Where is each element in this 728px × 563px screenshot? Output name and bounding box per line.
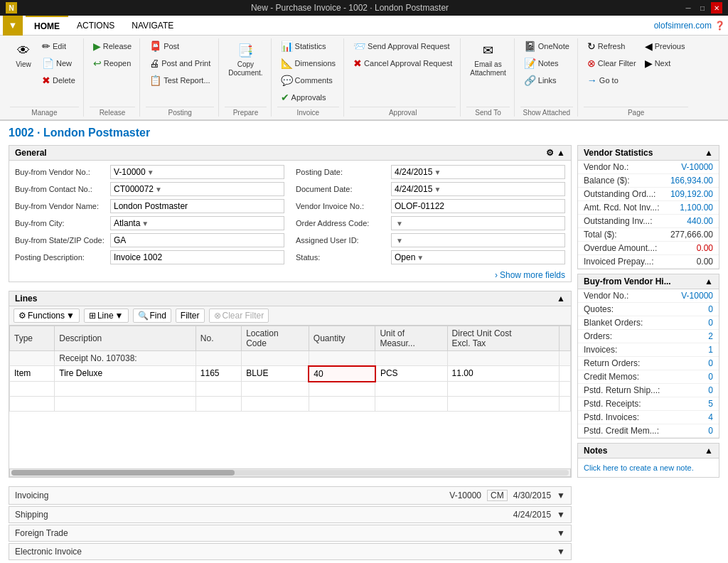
field-vendor-invoice: Vendor Invoice No.: OLOF-01122 — [296, 199, 565, 213]
approvals-button[interactable]: ✔ Approvals — [277, 90, 339, 105]
release-icon: ▶ — [93, 41, 101, 52]
statistics-button[interactable]: 📊 Statistics — [277, 38, 339, 54]
comments-button[interactable]: 💬 Comments — [277, 73, 339, 88]
col-description: Description — [55, 326, 196, 351]
collapse-notes-icon[interactable]: ▲ — [705, 446, 713, 456]
col-uom: Unit ofMeasur... — [375, 326, 447, 351]
view-button[interactable]: 👁 View — [10, 38, 37, 71]
tab-actions[interactable]: ACTIONS — [68, 16, 123, 35]
app-logo: N — [6, 2, 17, 14]
line-icon: ⊞ — [89, 311, 96, 321]
hist-pstd-credit: Pstd. Credit Mem...: 0 — [578, 424, 719, 438]
settings-icon[interactable]: ⚙ — [546, 148, 554, 158]
notes-header[interactable]: Notes ▲ — [578, 444, 719, 459]
goto-button[interactable]: → Go to — [584, 73, 640, 88]
previous-icon: ◀ — [645, 41, 653, 52]
show-more-fields[interactable]: › Show more fields — [9, 269, 571, 282]
collapse-icon[interactable]: ▲ — [557, 148, 565, 158]
collapse-vendor-stats-icon[interactable]: ▲ — [705, 148, 713, 158]
post-print-button[interactable]: 🖨 Post and Print — [146, 55, 214, 71]
foreign-trade-section[interactable]: Foreign Trade ▼ — [9, 525, 572, 542]
field-status: Status: Open ▼ — [296, 250, 565, 264]
edit-button[interactable]: ✏ Edit — [38, 38, 79, 54]
ribbon-group-sendto: ✉ Email asAttachment Send To — [462, 38, 515, 117]
field-buy-city: Buy-from City: Atlanta ▼ — [15, 216, 284, 230]
table-row-empty[interactable] — [10, 382, 571, 397]
buy-from-history-header[interactable]: Buy-from Vendor Hi... ▲ — [578, 274, 719, 289]
field-buy-state: Buy-from State/ZIP Code: GA — [15, 233, 284, 247]
stat-total: Total ($): 277,666.00 — [578, 228, 719, 242]
lines-section-header[interactable]: Lines ▲ — [9, 291, 571, 306]
stat-vendor-no: Vendor No.: V-10000 — [578, 161, 719, 174]
onenote-button[interactable]: 📓 OneNote — [520, 38, 573, 54]
copy-document-button[interactable]: 📑 CopyDocument. — [225, 38, 266, 80]
electronic-invoice-expand-icon: ▼ — [557, 547, 565, 557]
collapse-history-icon[interactable]: ▲ — [705, 277, 713, 286]
clear-filter-lines-button[interactable]: ⊗ Clear Filter — [209, 309, 269, 323]
post-button[interactable]: 📮 Post — [146, 38, 214, 54]
field-buy-contact-no: Buy-from Contact No.: CT000072 ▼ — [15, 182, 284, 196]
cancel-approval-button[interactable]: ✖ Cancel Approval Request — [350, 55, 456, 71]
post-icon: 📮 — [149, 41, 161, 52]
find-button[interactable]: 🔍 Find — [133, 309, 171, 323]
filter-button[interactable]: Filter — [176, 309, 205, 323]
collapse-lines-icon[interactable]: ▲ — [557, 294, 565, 304]
test-report-icon: 📋 — [149, 75, 161, 86]
release-button[interactable]: ▶ Release — [90, 38, 135, 54]
tab-home[interactable]: HOME — [26, 16, 68, 35]
stat-outstanding-inv: Outstanding Inv...: 440.00 — [578, 215, 719, 228]
shipping-section[interactable]: Shipping 4/24/2015 ▼ — [9, 506, 572, 523]
delete-icon: ✖ — [42, 75, 50, 86]
comments-icon: 💬 — [281, 75, 293, 86]
test-report-button[interactable]: 📋 Test Report... — [146, 73, 214, 88]
stat-prepay: Invoiced Prepay...: 0.00 — [578, 255, 719, 269]
send-approval-button[interactable]: 📨 Send Approval Request — [350, 38, 456, 54]
lines-section-title: Lines — [15, 294, 37, 304]
app-button[interactable]: ▼ — [3, 16, 23, 36]
ribbon-content: 👁 View ✏ Edit 📄 New ✖ Delete — [0, 36, 728, 120]
general-section-header[interactable]: General ⚙ ▲ — [9, 146, 571, 161]
delete-button[interactable]: ✖ Delete — [38, 73, 79, 88]
clear-filter-button[interactable]: ⊗ Clear Filter — [584, 55, 640, 71]
dropdown-arrow: ▼ — [434, 186, 441, 193]
functions-button[interactable]: ⚙ Functions ▼ — [14, 309, 80, 323]
next-button[interactable]: ▶ Next — [641, 55, 689, 71]
line-button[interactable]: ⊞ Line ▼ — [84, 309, 129, 323]
create-note-link[interactable]: Click here to create a new note. — [584, 463, 694, 472]
hist-return-orders: Return Orders: 0 — [578, 357, 719, 370]
electronic-invoice-section[interactable]: Electronic Invoice ▼ — [9, 543, 572, 560]
new-button[interactable]: 📄 New — [38, 55, 79, 71]
quantity-cell[interactable]: 40 — [309, 366, 375, 382]
lines-section: Lines ▲ ⚙ Functions ▼ ⊞ Line ▼ 🔍 — [9, 291, 572, 478]
refresh-button[interactable]: ↻ Refresh — [584, 38, 640, 54]
notes-button[interactable]: 📝 Notes — [520, 55, 573, 71]
close-btn[interactable]: ✕ — [711, 2, 722, 14]
hist-pstd-return: Pstd. Return Ship...: 0 — [578, 384, 719, 397]
table-row[interactable]: Item Tire Deluxe 1165 BLUE 40 PCS 11.00 — [10, 366, 571, 382]
reopen-button[interactable]: ↩ Reopen — [90, 55, 135, 71]
tab-navigate[interactable]: NAVIGATE — [123, 16, 182, 35]
stat-overdue: Overdue Amount...: 0.00 — [578, 242, 719, 255]
table-row-empty2[interactable] — [10, 397, 571, 412]
hist-vendor-no: Vendor No.: V-10000 — [578, 289, 719, 303]
statistics-icon: 📊 — [281, 41, 293, 52]
functions-arrow: ▼ — [66, 311, 75, 321]
field-posting-desc: Posting Description: Invoice 1002 — [15, 250, 284, 264]
links-button[interactable]: 🔗 Links — [520, 73, 573, 88]
ribbon-group-prepare: 📑 CopyDocument. Prepare — [220, 38, 271, 117]
lines-scrollbar[interactable] — [9, 468, 571, 477]
page-title: 1002 · London Postmaster — [9, 127, 719, 139]
vendor-statistics-header[interactable]: Vendor Statistics ▲ — [578, 146, 719, 161]
previous-button[interactable]: ◀ Previous — [641, 38, 689, 54]
invoicing-section[interactable]: Invoicing V-10000 CM 4/30/2015 ▼ — [9, 486, 572, 505]
invoicing-expand-icon: ▼ — [557, 490, 565, 500]
main-content: General ⚙ ▲ Buy-from Vendor No.: V-10000 — [9, 145, 719, 562]
minimize-btn[interactable]: ─ — [682, 2, 694, 14]
field-buy-vendor-name: Buy-from Vendor Name: London Postmaster — [15, 199, 284, 213]
maximize-btn[interactable]: □ — [697, 2, 708, 14]
dimensions-button[interactable]: 📐 Dimensions — [277, 55, 339, 71]
hist-blanket: Blanket Orders: 0 — [578, 316, 719, 330]
email-attachment-button[interactable]: ✉ Email asAttachment — [466, 38, 510, 80]
field-assigned-user: Assigned User ID: ▼ — [296, 233, 565, 247]
hist-orders: Orders: 2 — [578, 330, 719, 343]
